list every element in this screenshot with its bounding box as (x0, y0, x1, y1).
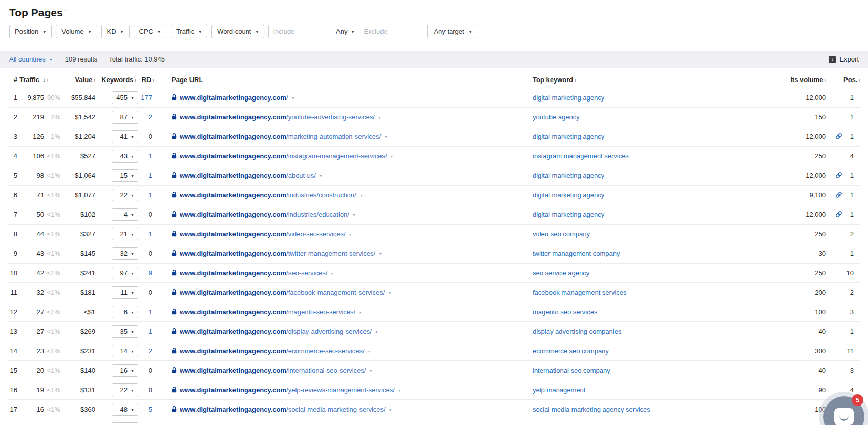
url-path-link[interactable]: /international-seo-services/ (286, 367, 366, 374)
header-rd[interactable]: RD (140, 72, 154, 88)
keywords-dropdown[interactable]: 16 (112, 364, 138, 377)
export-button[interactable]: Export (829, 55, 859, 63)
keywords-dropdown[interactable]: 22 (112, 189, 138, 201)
country-selector[interactable]: All countries (9, 55, 53, 63)
url-path-link[interactable]: /ecommerce-seo-services/ (286, 347, 364, 355)
top-keyword-link[interactable]: digital marketing agency (533, 211, 604, 218)
top-keyword-link[interactable]: twitter management company (533, 250, 620, 257)
url-domain-link[interactable]: www.digitalmarketingagency.com (180, 211, 286, 218)
keywords-dropdown[interactable]: 43 (112, 150, 138, 163)
url-expand-caret[interactable] (358, 308, 362, 316)
rd-value[interactable]: 1 (140, 224, 154, 244)
keywords-dropdown[interactable]: 32 (112, 247, 138, 260)
keywords-dropdown[interactable]: 14 (112, 345, 138, 357)
rd-value[interactable]: 0 (140, 380, 154, 399)
top-keyword-link[interactable]: instagram management services (533, 152, 629, 160)
url-expand-caret[interactable] (319, 172, 323, 179)
rd-value[interactable]: 2 (140, 107, 154, 127)
url-expand-caret[interactable] (291, 94, 295, 102)
url-path-link[interactable]: /seo-services/ (286, 269, 327, 277)
url-expand-caret[interactable] (384, 133, 388, 140)
url-path-link[interactable]: /twitter-management-services/ (286, 250, 375, 257)
link-icon[interactable] (835, 211, 842, 218)
url-expand-caret[interactable] (369, 367, 372, 374)
top-keyword-link[interactable]: international seo company (533, 367, 610, 374)
target-mode-select[interactable]: Any target (428, 25, 478, 38)
header-pos[interactable]: Pos. (843, 72, 860, 88)
url-domain-link[interactable]: www.digitalmarketingagency.com (180, 386, 286, 394)
keywords-dropdown[interactable]: 15 (112, 169, 138, 182)
url-path-link[interactable]: /social-media-marketing-services/ (286, 406, 386, 413)
link-icon[interactable] (835, 191, 842, 198)
url-path-link[interactable]: /marketing-automation-services/ (286, 133, 381, 140)
keywords-dropdown[interactable]: 13 (112, 422, 138, 425)
keywords-dropdown[interactable]: 6 (112, 306, 138, 318)
header-its-volume[interactable]: Its volume (781, 72, 828, 88)
link-icon[interactable] (835, 133, 842, 140)
url-domain-link[interactable]: www.digitalmarketingagency.com (180, 94, 286, 102)
top-keyword-link[interactable]: display advertising companies (533, 328, 621, 335)
keywords-dropdown[interactable]: 22 (112, 383, 138, 396)
url-domain-link[interactable]: www.digitalmarketingagency.com (180, 133, 286, 140)
top-keyword-link[interactable]: digital marketing agency (533, 191, 604, 199)
url-path-link[interactable]: /instagram-management-services/ (286, 152, 387, 160)
filter-cpc[interactable]: CPC (134, 25, 166, 38)
url-path-link[interactable]: /yelp-reviews-management-services/ (286, 386, 395, 394)
header-value[interactable]: Value (62, 72, 97, 88)
url-path-link[interactable]: /magento-seo-services/ (286, 308, 355, 316)
keywords-dropdown[interactable]: 41 (112, 130, 138, 143)
rd-value[interactable]: 0 (140, 127, 154, 146)
top-keyword-link[interactable]: yelp management (533, 386, 585, 394)
top-keyword-link[interactable]: video seo company (533, 230, 590, 238)
keywords-dropdown[interactable]: 11 (112, 286, 138, 299)
keywords-dropdown[interactable]: 455 (112, 91, 138, 104)
top-keyword-link[interactable]: social media marketing agency services (533, 406, 650, 413)
rd-value[interactable]: 0 (140, 360, 154, 380)
url-domain-link[interactable]: www.digitalmarketingagency.com (180, 406, 286, 413)
url-expand-caret[interactable] (330, 269, 334, 277)
url-domain-link[interactable]: www.digitalmarketingagency.com (180, 172, 286, 179)
url-domain-link[interactable]: www.digitalmarketingagency.com (180, 230, 286, 238)
top-keyword-link[interactable]: facebook management services (533, 289, 627, 296)
url-domain-link[interactable]: www.digitalmarketingagency.com (180, 308, 286, 316)
keywords-dropdown[interactable]: 4 (112, 208, 138, 221)
top-keyword-link[interactable]: youtube agency (533, 113, 580, 121)
header-traffic[interactable]: Traffic ↓ (19, 72, 62, 88)
url-expand-caret[interactable] (368, 347, 371, 355)
url-path-link[interactable]: /facebook-management-services/ (286, 289, 385, 296)
url-expand-caret[interactable] (359, 191, 363, 199)
url-domain-link[interactable]: www.digitalmarketingagency.com (180, 152, 286, 160)
top-keyword-link[interactable]: magento seo services (533, 308, 597, 316)
top-keyword-link[interactable]: digital marketing agency (533, 94, 604, 102)
url-expand-caret[interactable] (378, 250, 382, 257)
rd-value[interactable]: 1 (140, 166, 154, 185)
top-keyword-link[interactable]: digital marketing agency (533, 172, 604, 179)
rd-value[interactable]: 1 (140, 185, 154, 205)
url-expand-caret[interactable] (378, 113, 382, 121)
url-expand-caret[interactable] (375, 328, 378, 335)
url-path-link[interactable]: /about-us/ (286, 172, 316, 179)
url-domain-link[interactable]: www.digitalmarketingagency.com (180, 113, 286, 121)
filter-kd[interactable]: KD (101, 25, 130, 38)
url-domain-link[interactable]: www.digitalmarketingagency.com (180, 347, 286, 355)
rd-value[interactable]: 1 (140, 302, 154, 321)
exclude-input[interactable] (359, 28, 427, 35)
url-path-link[interactable]: /video-seo-services/ (286, 230, 346, 238)
keywords-dropdown[interactable]: 48 (112, 403, 138, 416)
url-path-link[interactable]: /display-advertising-services/ (286, 328, 372, 335)
url-domain-link[interactable]: www.digitalmarketingagency.com (180, 289, 286, 296)
url-expand-caret[interactable] (398, 386, 401, 394)
url-domain-link[interactable]: www.digitalmarketingagency.com (180, 269, 286, 277)
top-keyword-link[interactable]: seo service agency (533, 269, 589, 277)
rd-value[interactable]: 0 (140, 244, 154, 263)
filter-traffic[interactable]: Traffic (171, 25, 207, 38)
filter-position[interactable]: Position (9, 25, 52, 38)
keywords-dropdown[interactable]: 21 (112, 228, 138, 240)
url-path-link[interactable]: /industries/construction/ (286, 191, 356, 199)
keywords-dropdown[interactable]: 97 (112, 267, 138, 279)
url-expand-caret[interactable] (390, 152, 394, 160)
rd-value[interactable]: 5 (140, 399, 154, 419)
url-domain-link[interactable]: www.digitalmarketingagency.com (180, 367, 286, 374)
url-expand-caret[interactable] (349, 230, 352, 238)
include-input[interactable] (269, 28, 335, 35)
